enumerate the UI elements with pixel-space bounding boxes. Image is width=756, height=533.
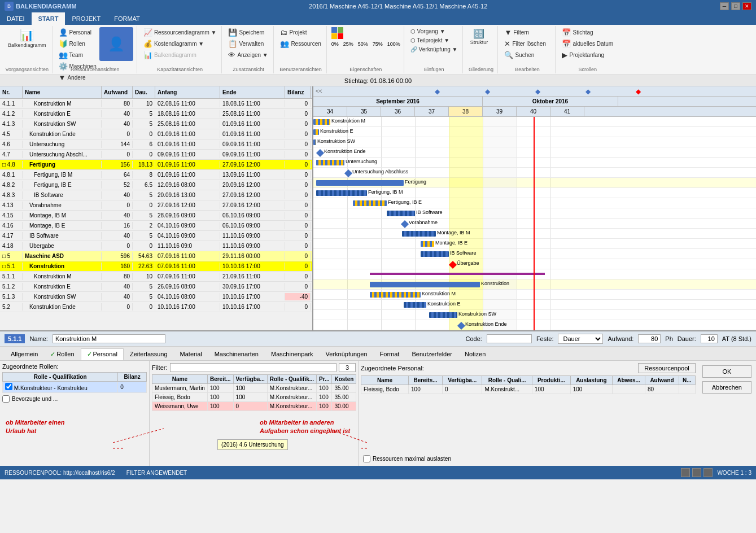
gantt-bar-1[interactable] bbox=[313, 129, 319, 135]
maximize-btn[interactable]: □ bbox=[731, 2, 740, 10]
task-row-17[interactable]: 5.1.1 Konstruktion M 80 10 07.09.16 11:0… bbox=[0, 272, 312, 282]
detail-dauer-input[interactable] bbox=[701, 334, 718, 343]
minimize-btn[interactable]: ─ bbox=[720, 2, 729, 10]
task-row-19[interactable]: 5.1.3 Konstruktion SW 40 5 04.10.16 08:0… bbox=[0, 292, 312, 302]
btn-andere[interactable]: ▼ Andere bbox=[57, 72, 98, 83]
btn-ressourcendiagramm[interactable]: 📈 Ressourcendiagramm ▼ bbox=[142, 27, 219, 38]
detail-code-input[interactable] bbox=[487, 334, 532, 343]
task-row-3[interactable]: 4.5 Konstruktion Ende 0 0 01.09.16 11:00… bbox=[0, 129, 312, 139]
tab-projekt[interactable]: PROJEKT bbox=[65, 12, 107, 25]
btn-filtern[interactable]: ▼ Filtern bbox=[502, 27, 547, 38]
btn-personal[interactable]: 👤 Personal bbox=[57, 27, 98, 38]
task-row-12[interactable]: 4.16 Montage, IB E 16 2 04.10.16 09:00 0… bbox=[0, 221, 312, 231]
btn-aktuelles-datum[interactable]: 📅 aktuelles Datum bbox=[560, 38, 615, 49]
btn-struktur[interactable]: 🔠 Struktur bbox=[467, 27, 490, 46]
gantt-bar-11[interactable] bbox=[402, 231, 436, 237]
task-row-7[interactable]: 4.8.1 Fertigung, IB M 64 8 01.09.16 11:0… bbox=[0, 170, 312, 180]
btn-balkendiagramm-kap[interactable]: 📊 Balkendiagramm bbox=[142, 50, 219, 60]
gantt-bar-8[interactable] bbox=[353, 200, 387, 206]
gantt-bar-6[interactable] bbox=[316, 180, 404, 186]
btn-stichtag[interactable]: 📅 Stichtag bbox=[560, 27, 615, 38]
gantt-bar-18[interactable] bbox=[404, 302, 426, 308]
bevorzugte-checkbox[interactable] bbox=[2, 395, 10, 403]
close-btn[interactable]: ✕ bbox=[742, 2, 751, 10]
gantt-bar-4[interactable] bbox=[316, 160, 344, 165]
task-row-13[interactable]: 4.17 IB Software 40 5 04.10.16 09:00 11.… bbox=[0, 231, 312, 241]
tab-notizen[interactable]: Notizen bbox=[458, 348, 492, 360]
maximal-checkbox[interactable] bbox=[363, 455, 370, 462]
task-row-10[interactable]: 4.13 Vorabnahme 0 0 27.09.16 12:00 27.09… bbox=[0, 200, 312, 211]
tab-zeiterfassung[interactable]: Zeiterfassung bbox=[124, 348, 174, 360]
tab-format[interactable]: FORMAT bbox=[107, 12, 147, 25]
gantt-bar-13[interactable] bbox=[421, 251, 449, 257]
abbrechen-btn[interactable]: Abbrechen bbox=[702, 381, 751, 394]
btn-teilprojekt[interactable]: ⬡ Teilprojekt ▼ bbox=[409, 36, 460, 45]
task-row-0[interactable]: 4.1.1 Konstruktion M 80 10 02.08.16 11:0… bbox=[0, 99, 312, 109]
personal-row-1[interactable]: Fleissig, Bodo 100 100 M.Konstrukteur...… bbox=[152, 393, 356, 402]
gantt-bar-17[interactable] bbox=[370, 292, 421, 298]
personal-big-btn[interactable]: 👤 bbox=[99, 27, 133, 61]
tab-verknuepfungen[interactable]: Verknüpfungen bbox=[320, 348, 374, 360]
gantt-bar-19[interactable] bbox=[429, 312, 457, 318]
tab-maschinenarten[interactable]: Maschinenarten bbox=[208, 348, 265, 360]
filter-input[interactable] bbox=[170, 363, 337, 372]
task-row-14[interactable]: 4.18 Übergabe 0 0 11.10.16 09:0 11.10.16… bbox=[0, 241, 312, 251]
btn-projektanfang[interactable]: ▶ Projektanfang bbox=[560, 50, 615, 60]
gantt-bar-9[interactable] bbox=[387, 211, 415, 216]
btn-projekt[interactable]: 🗂 Projekt bbox=[278, 27, 322, 38]
btn-suchen[interactable]: 🔍 Suchen bbox=[502, 50, 547, 60]
tab-benutzerfelder[interactable]: Benutzerfelder bbox=[405, 348, 458, 360]
task-row-2[interactable]: 4.1.3 Konstruktion SW 40 5 25.08.16 11:0… bbox=[0, 119, 312, 129]
status-icon-2[interactable] bbox=[692, 468, 701, 477]
tab-allgemein[interactable]: Allgemein bbox=[5, 348, 44, 360]
task-row-11[interactable]: 4.15 Montage, IB M 40 5 28.09.16 09:00 0… bbox=[0, 211, 312, 221]
btn-ressourcen[interactable]: 👥 Ressourcen bbox=[278, 38, 322, 49]
personal-row-0[interactable]: Mustermann, Martin 100 100 M.Konstrukteu… bbox=[152, 384, 356, 393]
ressourcenpool-btn[interactable]: Ressourcenpool bbox=[638, 363, 696, 373]
btn-verknuepfung[interactable]: 🔗 Verknüpfung ▼ bbox=[409, 45, 460, 54]
gantt-bar-12[interactable] bbox=[421, 241, 434, 247]
task-row-4[interactable]: 4.6 Untersuchung 144 6 01.09.16 11:00 09… bbox=[0, 139, 312, 150]
task-row-18[interactable]: 5.1.2 Konstruktion E 40 5 26.09.16 08:00… bbox=[0, 282, 312, 292]
btn-kostendiagramm[interactable]: 💰 Kostendiagramm ▼ bbox=[142, 38, 219, 49]
btn-vorgang[interactable]: ⬡ Vorgang ▼ bbox=[409, 27, 460, 36]
gantt-bar-16[interactable] bbox=[370, 282, 480, 287]
task-row-16[interactable]: □ 5.1 Konstruktion 160 22.63 07.09.16 11… bbox=[0, 261, 312, 272]
btn-verwalten[interactable]: 📋 Verwalten bbox=[226, 38, 269, 49]
ok-btn[interactable]: OK bbox=[702, 365, 751, 378]
tab-material[interactable]: Material bbox=[174, 348, 208, 360]
btn-anzeigen[interactable]: 👁 Anzeigen ▼ bbox=[226, 50, 269, 60]
task-row-15[interactable]: □ 5 Maschine ASD 596 54.63 07.09.16 11:0… bbox=[0, 251, 312, 261]
gantt-bar-0[interactable] bbox=[313, 119, 330, 125]
btn-team[interactable]: 👥 Team bbox=[57, 50, 98, 60]
btn-filter-loeschen[interactable]: ✕ Filter löschen bbox=[502, 38, 547, 49]
detail-feste-select[interactable]: Dauer bbox=[558, 334, 603, 344]
task-row-1[interactable]: 4.1.2 Konstruktion E 40 5 18.08.16 11:00… bbox=[0, 109, 312, 119]
status-icon-1[interactable] bbox=[681, 468, 690, 477]
personal-row-2[interactable]: Weissmann, Uwe 100 0 M.Konstrukteur... 1… bbox=[152, 402, 356, 411]
task-row-20[interactable]: 5.2 Konstruktion Ende 0 0 10.10.16 17:00… bbox=[0, 302, 312, 312]
tab-format[interactable]: Format bbox=[374, 348, 406, 360]
tab-maschinenpark[interactable]: Maschinenpark bbox=[265, 348, 320, 360]
rollen-checkbox[interactable] bbox=[5, 383, 12, 390]
task-row-8[interactable]: 4.8.2 Fertigung, IB E 52 6.5 12.09.16 08… bbox=[0, 180, 312, 190]
task-row-6[interactable]: □ 4.8 Fertigung 156 18.13 01.09.16 11:00… bbox=[0, 160, 312, 170]
detail-name-input[interactable] bbox=[53, 334, 165, 343]
tab-start[interactable]: START bbox=[32, 12, 65, 25]
task-row-5[interactable]: 4.7 Untersuchung Abschl... 0 0 09.09.16 … bbox=[0, 150, 312, 160]
detail-aufwand-input[interactable] bbox=[638, 334, 661, 343]
btn-speichern[interactable]: 💾 Speichern bbox=[226, 27, 269, 38]
btn-balkendiagramm[interactable]: 📊 Balkendiagramm bbox=[6, 27, 49, 49]
assigned-row-0[interactable]: Fleissig, Bodo 100 0 M.Konstrukt... 100 … bbox=[361, 385, 696, 394]
tab-datei[interactable]: DATEI bbox=[0, 12, 32, 25]
gantt-bar-7[interactable] bbox=[316, 190, 367, 196]
gantt-scroll-left[interactable]: << bbox=[316, 88, 322, 94]
gantt-bar-2[interactable] bbox=[313, 139, 316, 145]
tab-rollen[interactable]: ✓Rollen bbox=[44, 348, 80, 360]
task-row-9[interactable]: 4.8.3 IB Software 40 5 20.09.16 13:00 27… bbox=[0, 190, 312, 200]
rollen-row-0[interactable]: M.Konstrukteur - Konstrukteu 0 bbox=[3, 382, 147, 393]
tab-personal[interactable]: ✓Personal bbox=[81, 348, 124, 360]
p1-pr: 100 bbox=[317, 393, 332, 402]
status-icon-3[interactable] bbox=[703, 468, 713, 477]
btn-rollen[interactable]: 🔰 Rollen bbox=[57, 38, 98, 49]
